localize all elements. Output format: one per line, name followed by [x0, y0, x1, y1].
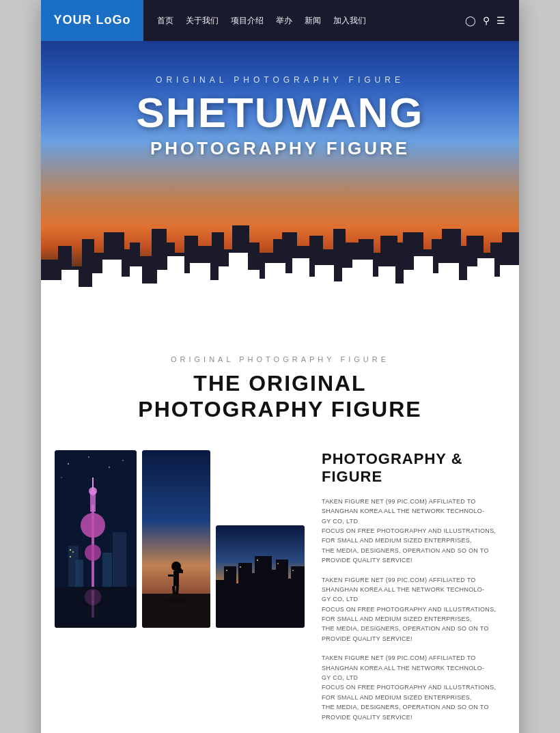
svg-point-80: [109, 467, 110, 468]
svg-rect-94: [70, 549, 71, 551]
para-3-line3: FOCUS ON FREE PHOTOGRAPHY AND ILLUSTRATI…: [322, 682, 505, 702]
svg-point-82: [61, 477, 62, 478]
para-3-line2: GY CO, LTD: [322, 673, 505, 682]
hero-subtitle: ORIGINAL PHOTOGRAPHY FIGURE: [156, 75, 404, 85]
hero-text-overlay: ORIGINAL PHOTOGRAPHY FIGURE SHETUWANG PH…: [41, 41, 519, 328]
nav-join[interactable]: 加入我们: [333, 15, 366, 27]
svg-rect-120: [226, 570, 227, 571]
para-1-line4: THE MEDIA, DESIGNERS, OPERATION AND SO O…: [322, 546, 505, 566]
svg-rect-124: [292, 570, 294, 571]
shanghai-bg: [55, 450, 137, 628]
section2-title: THE ORIGINAL PHOTOGRAPHY FIGURE: [55, 370, 505, 423]
text-block-2: TAKEN FIGURE NET (99 PIC.COM) AFFILIATED…: [322, 575, 505, 644]
shanghai-tower-svg: [55, 450, 137, 628]
svg-rect-121: [257, 559, 258, 561]
nav-area: 首页 关于我们 项目介绍 举办 新闻 加入我们 ◯ ⚲ ☰: [143, 0, 519, 41]
hero-section: ORIGINAL PHOTOGRAPHY FIGURE SHETUWANG PH…: [41, 41, 519, 328]
para-3-line1: TAKEN FIGURE NET (99 PIC.COM) AFFILIATED…: [322, 653, 505, 673]
svg-rect-96: [70, 556, 71, 557]
svg-point-87: [85, 544, 101, 561]
para-1-line3: FOCUS ON FREE PHOTOGRAPHY AND ILLUSTRATI…: [322, 526, 505, 546]
nav-events[interactable]: 举办: [276, 15, 292, 27]
nav-news[interactable]: 新闻: [305, 15, 321, 27]
svg-rect-102: [173, 571, 179, 586]
svg-point-81: [122, 460, 124, 461]
svg-rect-119: [291, 566, 305, 628]
photo-grid: [55, 450, 305, 733]
section2-subtitle: ORIGINAL PHOTOGRAPHY FIGURE: [55, 355, 505, 363]
nav-about[interactable]: 关于我们: [186, 15, 219, 27]
city-dusk-svg: [216, 525, 305, 628]
svg-rect-91: [113, 532, 126, 587]
section2: ORIGINAL PHOTOGRAPHY FIGURE THE ORIGINAL…: [41, 328, 519, 437]
nav-home[interactable]: 首页: [157, 15, 173, 27]
content-area: PHOTOGRAPHY & FIGURE TAKEN FIGURE NET (9…: [41, 437, 519, 733]
hero-title-sub: PHOTOGRAPHY FIGURE: [150, 138, 410, 159]
svg-rect-95: [72, 551, 74, 553]
logo-area: YOUR LoGo: [41, 0, 143, 41]
page-container: YOUR LoGo 首页 关于我们 项目介绍 举办 新闻 加入我们 ◯ ⚲ ☰: [41, 0, 519, 733]
search-icon[interactable]: ⚲: [483, 15, 490, 26]
para-2-line4: THE MEDIA, DESIGNERS, OPERATION AND SO O…: [322, 624, 505, 644]
svg-rect-105: [179, 568, 182, 570]
svg-rect-92: [75, 559, 83, 587]
para-1-line2: GY CO, LTD: [322, 516, 505, 526]
para-2-line3: FOCUS ON FREE PHOTOGRAPHY AND ILLUSTRATI…: [322, 605, 505, 624]
photographer-bg: [142, 450, 210, 628]
svg-point-79: [88, 456, 89, 458]
nav-projects[interactable]: 项目介绍: [231, 15, 264, 27]
svg-rect-93: [102, 553, 112, 587]
hero-title-main: SHETUWANG: [137, 92, 424, 134]
logo-text: YOUR LoGo: [54, 14, 131, 27]
text-block-1: TAKEN FIGURE NET (99 PIC.COM) AFFILIATED…: [322, 497, 505, 566]
photo-photographer: [142, 450, 210, 628]
city-dusk-bg: [216, 525, 305, 628]
photo-city-dusk: [216, 525, 305, 628]
photo-shanghai-tower: [55, 450, 137, 628]
para-2-line2: GY CO, LTD: [322, 594, 505, 604]
svg-point-98: [85, 589, 101, 605]
svg-rect-103: [168, 575, 175, 577]
photographer-svg: [142, 450, 210, 628]
para-2-line1: TAKEN FIGURE NET (99 PIC.COM) AFFILIATED…: [322, 575, 505, 595]
nav-items: 首页 关于我们 项目介绍 举办 新闻 加入我们: [157, 15, 366, 27]
svg-rect-122: [277, 563, 279, 564]
svg-point-86: [81, 513, 105, 538]
svg-point-78: [68, 463, 69, 465]
nav-icon-group: ◯ ⚲ ☰: [465, 15, 505, 26]
text-content-area: PHOTOGRAPHY & FIGURE TAKEN FIGURE NET (9…: [315, 450, 505, 733]
menu-icon[interactable]: ☰: [496, 15, 505, 26]
svg-rect-123: [240, 566, 241, 568]
para-3-line4: THE MEDIA, DESIGNERS, OPERATION AND SO O…: [322, 702, 505, 722]
header: YOUR LoGo 首页 关于我们 项目介绍 举办 新闻 加入我们 ◯ ⚲ ☰: [41, 0, 519, 41]
user-icon[interactable]: ◯: [465, 15, 476, 26]
svg-point-108: [166, 598, 186, 603]
para-1-line1: TAKEN FIGURE NET (99 PIC.COM) AFFILIATED…: [322, 497, 505, 516]
svg-rect-89: [92, 478, 94, 491]
text-block-3: TAKEN FIGURE NET (99 PIC.COM) AFFILIATED…: [322, 653, 505, 722]
photography-title: PHOTOGRAPHY & FIGURE: [322, 450, 505, 486]
